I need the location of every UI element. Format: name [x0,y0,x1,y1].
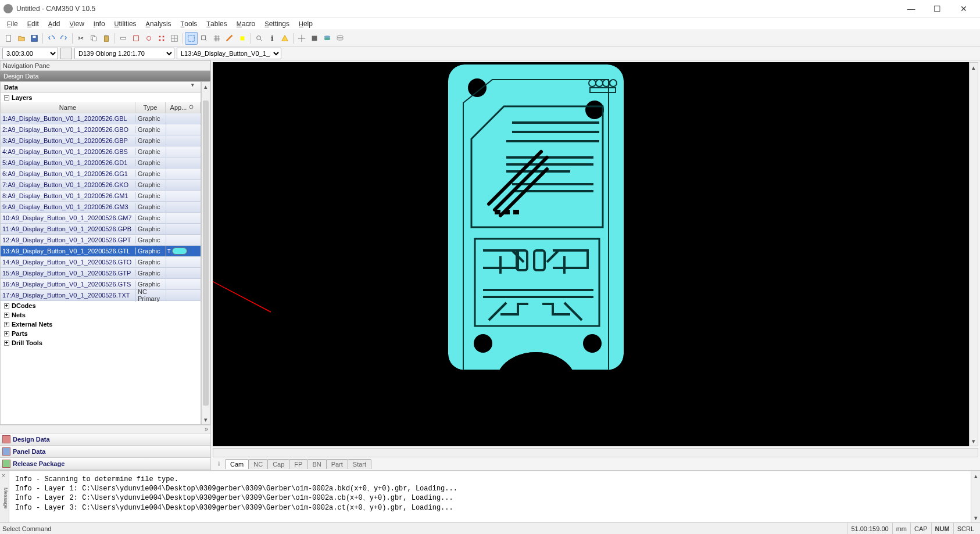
close-icon[interactable]: × [2,472,5,479]
layer-app[interactable] [166,224,201,234]
bottom-tab-fp[interactable]: FP [289,459,307,469]
tree-node[interactable]: +External Nets [1,320,201,329]
layer-row[interactable]: 4:A9_Display_Button_V0_1_20200526.GBSGra… [1,146,201,157]
tree-node[interactable]: +Nets [1,310,201,320]
layers-node[interactable]: −Layers [1,93,201,102]
tree-node[interactable]: +Parts [1,329,201,338]
coord-combo[interactable]: 3.00:3.00 [2,48,58,59]
layer-app[interactable] [166,202,201,212]
menu-info[interactable]: Info [89,19,110,29]
grid-icon[interactable] [210,32,223,45]
layer-row[interactable]: 2:A9_Display_Button_V0_1_20200526.GBOGra… [1,124,201,135]
highlight-icon[interactable] [236,32,249,45]
close-button[interactable]: ✕ [950,0,977,17]
bottom-tab-cam[interactable]: Cam [225,459,249,469]
data-header[interactable]: Data [1,82,201,93]
cut-icon[interactable]: ✂ [74,32,87,45]
menu-tools[interactable]: Tools [176,19,202,29]
message-vscrollbar[interactable]: ▴ ▾ [971,471,980,522]
new-icon[interactable] [2,32,15,45]
layer-app[interactable] [166,135,201,146]
layer-app[interactable] [166,157,201,168]
menu-view[interactable]: View [65,19,88,29]
tool-c-icon[interactable] [142,32,155,45]
layer-row[interactable]: 16:A9_Display_Button_V0_1_20200526.GTSGr… [1,279,201,290]
menu-add[interactable]: Add [44,19,65,29]
nav-chevrons[interactable]: » [0,425,210,433]
scroll-up-icon[interactable]: ▴ [970,63,978,72]
active-layer-combo[interactable]: L13:A9_Display_Button_V0_1_20200 [177,48,281,59]
layer-app[interactable] [166,146,201,157]
design-canvas[interactable] [213,62,969,446]
cross-hair-icon[interactable] [295,32,308,45]
nav-tab[interactable]: Panel Data [0,446,210,458]
menu-file[interactable]: File [2,19,23,29]
bottom-tab-nc[interactable]: NC [248,459,268,469]
tree-node[interactable]: +Drill Tools [1,338,201,347]
redo-icon[interactable] [58,32,70,45]
layer-row[interactable]: 17:A9_Display_Button_V0_1_20200526.TXTNC… [1,290,201,301]
canvas-vscrollbar[interactable]: ▴ ▾ [969,62,978,446]
scroll-down-icon[interactable]: ▾ [202,415,210,424]
message-log[interactable]: Info - Scanning to determine file type. … [9,471,971,522]
nav-tab[interactable]: Release Package [0,458,210,470]
dcode-combo[interactable]: D139 Oblong 1.20:1.70 [74,48,174,59]
bottom-tab-cap[interactable]: Cap [267,459,289,469]
layer-row[interactable]: 10:A9_Display_Button_V0_1_20200526.GM7Gr… [1,213,201,224]
scroll-down-icon[interactable]: ▾ [971,513,980,522]
select-icon[interactable] [185,32,198,45]
menu-analysis[interactable]: Analysis [141,19,176,29]
layer-app[interactable] [166,213,201,223]
collapse-icon[interactable] [191,84,197,87]
col-type[interactable]: Type [135,102,166,113]
layer-app[interactable] [166,268,201,278]
layer-row[interactable]: 3:A9_Display_Button_V0_1_20200526.GBPGra… [1,135,201,146]
menu-edit[interactable]: Edit [23,19,44,29]
layer-off-icon[interactable] [334,32,346,45]
zoom-window-icon[interactable] [198,32,210,45]
nav-tab[interactable]: Design Data [0,433,210,446]
tool-d-icon[interactable] [155,32,168,45]
copy-icon[interactable] [87,32,100,45]
bottom-tab-start[interactable]: Start [348,459,371,469]
tree-node[interactable]: +DCodes [1,301,201,310]
undo-icon[interactable] [45,32,58,45]
bottom-tab-part[interactable]: Part [326,459,348,469]
tool-b-icon[interactable] [130,32,142,45]
layer-row[interactable]: 7:A9_Display_Button_V0_1_20200526.GKOGra… [1,180,201,191]
menu-macro[interactable]: Macro [232,19,260,29]
query-icon[interactable] [253,32,266,45]
layer-on-icon[interactable] [321,32,334,45]
active-color-swatch[interactable] [60,48,72,59]
tool-e-icon[interactable] [168,32,181,45]
paste-icon[interactable] [100,32,113,45]
info-icon[interactable]: ℹ [266,32,278,45]
layer-row[interactable]: 13:A9_Display_Button_V0_1_20200526.GTLGr… [1,246,201,257]
message-handle[interactable]: ×Message [0,471,9,522]
layer-row[interactable]: 12:A9_Display_Button_V0_1_20200526.GPTGr… [1,235,201,246]
canvas-hscrollbar[interactable] [213,448,978,457]
scrollbar-thumb[interactable] [203,101,209,406]
open-icon[interactable] [15,32,28,45]
measure-icon[interactable] [223,32,236,45]
layer-app[interactable] [166,191,201,201]
layer-app[interactable] [166,124,201,135]
nav-vscrollbar[interactable]: ▴ ▾ [201,81,210,425]
layer-row[interactable]: 8:A9_Display_Button_V0_1_20200526.GM1Gra… [1,191,201,202]
menu-settings[interactable]: Settings [260,19,294,29]
layer-app[interactable]: T [166,246,201,256]
maximize-button[interactable]: ☐ [924,0,950,17]
layer-row[interactable]: 15:A9_Display_Button_V0_1_20200526.GTPGr… [1,268,201,279]
warn-icon[interactable] [278,32,291,45]
scroll-up-icon[interactable]: ▴ [971,471,980,481]
col-name[interactable]: Name [1,102,135,113]
tab-drag-icon[interactable]: ⁞ [213,460,225,468]
layer-app[interactable] [166,235,201,245]
layer-app[interactable] [166,279,201,289]
layer-row[interactable]: 9:A9_Display_Button_V0_1_20200526.GM3Gra… [1,202,201,213]
layer-app[interactable] [166,180,201,190]
minimize-button[interactable]: — [898,0,924,17]
layer-app[interactable] [166,169,201,179]
scroll-up-icon[interactable]: ▴ [202,82,210,91]
layer-row[interactable]: 1:A9_Display_Button_V0_1_20200526.GBLGra… [1,113,201,124]
